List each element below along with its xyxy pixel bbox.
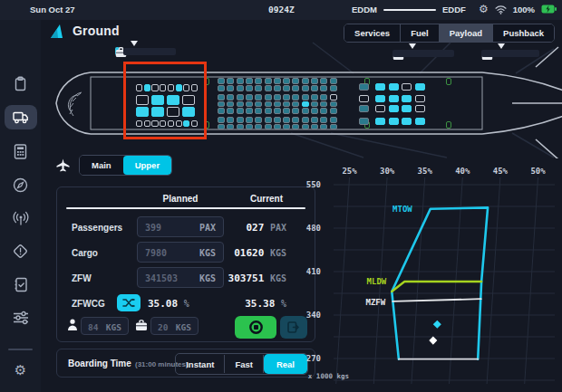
deck-tab-upper[interactable]: Upper [123, 156, 171, 175]
seat[interactable] [311, 85, 318, 91]
seat[interactable] [330, 108, 337, 114]
seat[interactable] [402, 118, 412, 125]
seat[interactable] [227, 124, 234, 130]
seat[interactable] [389, 95, 399, 102]
seat[interactable] [274, 101, 281, 108]
seat[interactable] [292, 94, 299, 100]
broadcast-icon[interactable] [5, 206, 37, 230]
seat[interactable] [274, 85, 281, 91]
tab-services[interactable]: Services [344, 24, 401, 42]
seat[interactable] [246, 94, 253, 100]
tab-fuel[interactable]: Fuel [401, 24, 440, 42]
seat[interactable] [246, 78, 253, 84]
seat[interactable] [320, 117, 327, 123]
zfw-planned-input[interactable]: 341503 KGS [137, 267, 224, 288]
seat[interactable] [246, 124, 253, 130]
boarding-fast-button[interactable]: Fast [225, 355, 264, 373]
seat[interactable] [292, 117, 299, 123]
failures-icon[interactable] [5, 239, 37, 263]
clipboard-icon[interactable] [5, 72, 37, 96]
seat[interactable] [359, 83, 369, 91]
seat[interactable] [311, 117, 318, 123]
seat[interactable] [265, 108, 272, 114]
seat[interactable] [227, 108, 234, 114]
seat[interactable] [255, 94, 262, 100]
seat[interactable] [302, 124, 309, 130]
settings-icon[interactable]: ⚙ [15, 362, 26, 378]
seat[interactable] [320, 78, 327, 84]
seat[interactable] [375, 105, 385, 112]
cargo-bay-aft[interactable] [392, 50, 454, 57]
seat[interactable] [246, 117, 253, 123]
seat[interactable] [237, 94, 244, 100]
seat[interactable] [255, 101, 262, 108]
seat[interactable] [302, 101, 309, 108]
passengers-planned-input[interactable]: 399 PAX [137, 216, 224, 237]
calculator-icon[interactable] [5, 139, 37, 164]
seat[interactable] [227, 117, 234, 123]
seat[interactable] [255, 78, 262, 84]
seat[interactable] [302, 108, 309, 114]
seat[interactable] [265, 101, 272, 108]
seat[interactable] [274, 78, 281, 84]
presets-icon[interactable] [5, 305, 37, 330]
seat[interactable] [311, 78, 318, 84]
seat[interactable] [265, 124, 272, 130]
tab-payload[interactable]: Payload [440, 24, 493, 42]
seat[interactable] [402, 95, 412, 102]
seat[interactable] [227, 94, 234, 100]
seat[interactable] [292, 101, 299, 108]
seat[interactable] [255, 108, 262, 114]
seat[interactable] [320, 124, 327, 130]
bag-weight-input[interactable]: 20 KGS [150, 317, 199, 335]
seat[interactable] [265, 78, 272, 84]
seat[interactable] [218, 117, 225, 123]
checklists-icon[interactable] [5, 272, 37, 297]
seat[interactable] [274, 124, 281, 130]
seat[interactable] [415, 95, 425, 102]
seat[interactable] [415, 105, 425, 112]
seat[interactable] [283, 124, 290, 130]
seat[interactable] [218, 108, 225, 114]
seat[interactable] [218, 78, 225, 84]
boarding-real-button[interactable]: Real [264, 354, 307, 374]
seat[interactable] [265, 85, 272, 91]
compass-icon[interactable] [5, 173, 37, 197]
seat[interactable] [311, 101, 318, 108]
seat[interactable] [237, 124, 244, 130]
pax-weight-input[interactable]: 84 KGS [81, 317, 129, 335]
seat[interactable] [292, 85, 299, 91]
seat[interactable] [237, 85, 244, 91]
seat[interactable] [274, 108, 281, 114]
seat[interactable] [227, 85, 234, 91]
seat[interactable] [227, 78, 234, 84]
seat[interactable] [330, 101, 337, 108]
seat[interactable] [265, 94, 272, 100]
seat[interactable] [302, 78, 309, 84]
boarding-instant-button[interactable]: Instant [176, 355, 225, 373]
seat[interactable] [218, 94, 225, 100]
seat[interactable] [330, 94, 337, 100]
cg-swap-button[interactable] [117, 294, 140, 311]
deck-tab-main[interactable]: Main [80, 156, 123, 175]
seat[interactable] [402, 83, 412, 91]
seat[interactable] [415, 118, 425, 125]
seat[interactable] [311, 124, 318, 130]
seat[interactable] [302, 117, 309, 123]
seat[interactable] [415, 83, 425, 91]
seat[interactable] [227, 101, 234, 108]
seat[interactable] [292, 78, 299, 84]
seat[interactable] [330, 85, 337, 91]
seat[interactable] [237, 117, 244, 123]
seat[interactable] [283, 94, 290, 100]
seat[interactable] [375, 118, 385, 125]
seat[interactable] [292, 108, 299, 114]
seat[interactable] [237, 78, 244, 84]
seat[interactable] [255, 117, 262, 123]
seat[interactable] [218, 124, 225, 130]
seat[interactable] [330, 124, 337, 130]
seat[interactable] [283, 108, 290, 114]
seat[interactable] [283, 101, 290, 108]
ground-services-icon[interactable] [5, 105, 37, 129]
cargo-planned-input[interactable]: 7980 KGS [137, 242, 224, 263]
